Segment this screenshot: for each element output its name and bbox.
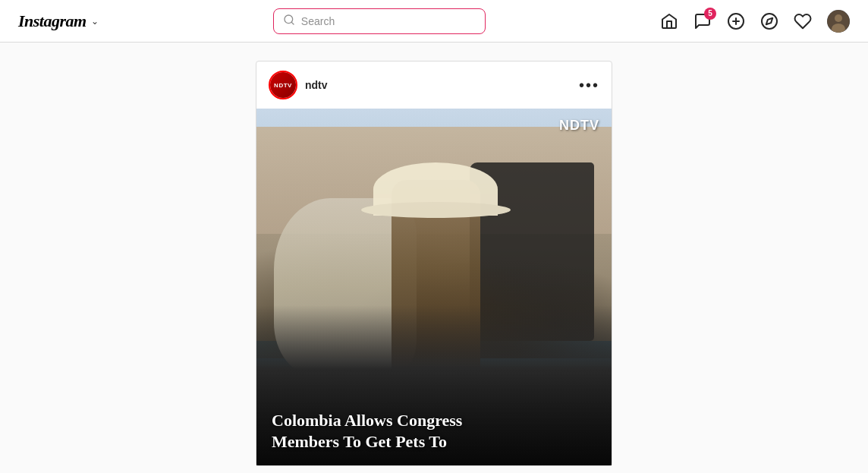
explore-nav-button[interactable]: [760, 12, 778, 30]
likes-nav-button[interactable]: [794, 12, 812, 30]
create-nav-button[interactable]: [727, 12, 745, 30]
instagram-logo-button[interactable]: Instagram ⌄: [18, 11, 99, 31]
ndtv-watermark: NDTV: [559, 118, 599, 134]
search-bar-container: [273, 8, 486, 34]
post-caption-overlay: Colombia Allows Congress Members To Get …: [256, 364, 612, 465]
svg-point-8: [835, 14, 842, 22]
feed-container: NDTV ndtv •••: [256, 61, 612, 455]
top-navigation-bar: Instagram ⌄ 5: [0, 0, 868, 43]
activity-nav-button[interactable]: 5: [693, 12, 712, 30]
home-nav-button[interactable]: [660, 12, 678, 30]
main-feed: NDTV ndtv •••: [0, 43, 868, 473]
svg-point-5: [762, 14, 777, 29]
scene-cowboy-hat: [373, 162, 498, 216]
post-caption-title: Colombia Allows Congress Members To Get …: [272, 410, 596, 453]
post-author-username[interactable]: ndtv: [305, 79, 328, 91]
post-more-options-button[interactable]: •••: [579, 77, 599, 93]
profile-avatar-button[interactable]: [827, 10, 850, 33]
chevron-down-icon: ⌄: [91, 16, 99, 27]
svg-line-1: [291, 22, 294, 24]
post-image-scene: NDTV Colombia Allows Congress Members To…: [256, 109, 612, 465]
ndtv-avatar-logo: NDTV: [270, 72, 296, 98]
post-image: NDTV Colombia Allows Congress Members To…: [256, 109, 612, 465]
post-author-info: NDTV ndtv: [269, 71, 328, 99]
instagram-logo-text: Instagram: [18, 11, 86, 31]
svg-marker-6: [766, 17, 772, 24]
post-header: NDTV ndtv •••: [256, 61, 612, 109]
search-icon: [283, 14, 295, 29]
post-card: NDTV ndtv •••: [256, 61, 612, 466]
post-author-avatar[interactable]: NDTV: [269, 71, 297, 99]
search-input[interactable]: [301, 15, 476, 27]
notification-badge: 5: [704, 8, 716, 20]
header-nav-icons: 5: [660, 10, 850, 33]
search-box: [273, 8, 486, 34]
